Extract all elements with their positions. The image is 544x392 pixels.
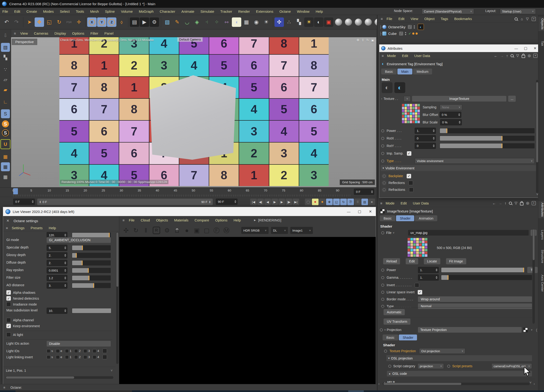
render-picture-icon[interactable]: ▶ [140,18,149,27]
shader-menu-user-data[interactable]: User Data [413,201,429,205]
octane-refresh-icon[interactable]: ✣ [122,226,130,235]
edges-mode-icon[interactable]: ▱ [1,75,10,84]
parameter-field[interactable]: 0 [415,135,436,141]
parameter-slider[interactable] [440,143,535,148]
environment-tag-grey-icon[interactable]: ◐ [382,82,392,93]
menu-tracker[interactable]: Tracker [220,9,232,13]
move-tool-icon[interactable]: ✥ [35,18,44,27]
motion-system-icon[interactable]: ▤ [361,199,368,205]
autokey-record-icon[interactable]: ● [312,199,319,205]
value-field[interactable]: 10. [47,308,67,314]
forward-icon[interactable]: → [500,54,504,58]
octane-menu-presets[interactable]: Presets [31,226,43,230]
viewport-menu-filter[interactable]: Filter [90,31,98,35]
node-space-dropdown[interactable]: Current (Standard/Physical)˅ [422,8,474,14]
pen-tool-icon[interactable]: ✎ [172,18,182,27]
symmetry-icon[interactable]: ⇿ [222,18,231,27]
type-dropdown[interactable]: Normal [418,303,532,309]
add-icon[interactable]: + [532,17,536,21]
projection-chevron-icon[interactable]: ˅ [531,328,532,331]
viewer-menu-objects[interactable]: Objects [156,218,168,222]
back-icon[interactable]: ← [492,201,496,205]
polygons-mode-icon[interactable]: ▰ [1,85,10,94]
add-region-icon[interactable]: ▣ [192,226,201,235]
param-field[interactable]: 1. [418,274,439,281]
subdivision-surface-icon[interactable]: ◈ [192,18,202,27]
object-menu-file[interactable]: File [387,17,392,21]
side-tab-tak[interactable]: Tak [538,40,544,48]
value-dropdown[interactable]: GI_AMBIENT_OCCLUSION [47,237,111,243]
invert-checkbox[interactable]: ✓ [415,283,419,287]
value-slider[interactable] [72,308,111,313]
render-settings-icon[interactable]: ⚙ [150,18,159,27]
viewer-menu-help[interactable]: Help [233,218,241,222]
viewport-menu-panel[interactable]: Panel [104,31,113,35]
octane-node-icon[interactable]: ∴ [284,18,294,27]
value-slider[interactable] [72,253,111,258]
texture-value-button[interactable]: ImageTexture [412,96,506,101]
object-manager-hamburger-icon[interactable]: ≡ [381,17,383,21]
search-icon[interactable] [511,54,514,57]
menu-spline[interactable]: Spline [105,9,115,13]
scroll-left-icon[interactable]: ‹ [378,382,379,386]
menu-octane[interactable]: Octane [279,9,291,13]
status-hamburger-icon[interactable]: ≡ [3,386,5,389]
light-id-checkbox[interactable]: ✓ [56,349,60,353]
menu-help[interactable]: Help [316,9,323,13]
timeline-menu-icon[interactable]: ≡ [368,199,375,205]
octane-menu-help[interactable]: Help [49,226,56,230]
menu-create[interactable]: Create [26,9,37,13]
redo-icon[interactable]: ↷ [12,18,21,27]
side-tab-layers[interactable]: Layers [538,229,544,241]
object-name[interactable]: Cube [388,32,397,36]
sampling-dropdown[interactable]: None˅ [440,104,462,110]
environment-tag-blue-icon[interactable]: ◐ [394,82,405,93]
track-icon[interactable]: ◎ [528,53,531,58]
snap-magnet-icon[interactable]: U [0,139,10,149]
checkbox[interactable]: ✓ [6,302,11,307]
pick-material-icon[interactable]: ● [182,226,191,235]
settings-vertical-scrollbar[interactable] [116,232,118,364]
floor-icon[interactable]: ▦ [242,18,251,27]
track-icon[interactable]: ◎ [526,201,529,205]
option-checkbox[interactable]: ✓ [407,174,411,178]
menu-extensions[interactable]: Extensions [256,9,273,13]
value-field[interactable]: 5. [47,245,67,251]
render-view-icon[interactable]: ▤ [130,18,139,27]
material-sphere[interactable] [354,18,363,27]
scale-tool-icon[interactable]: ◱ [45,18,54,27]
viewport-menu-cameras[interactable]: Cameras [34,31,48,35]
simulation-ring-icon[interactable]: S [2,129,9,137]
keyframe-selection-icon[interactable]: ● [319,199,325,205]
option-checkbox[interactable]: ✓ [409,188,414,192]
viewer-menu-cloud[interactable]: Cloud [141,218,150,222]
menu-mesh[interactable]: Mesh [90,9,99,13]
tab-animation[interactable]: Animation [415,215,437,221]
light-id-checkbox[interactable]: ✓ [102,355,107,359]
next-frame-icon[interactable]: ▶ [278,199,285,205]
display-mode-dropdown[interactable]: HDR SRGB˅ [241,227,269,234]
rotate-tool-icon[interactable]: ↻ [54,18,64,27]
shader-horizontal-scrollbar[interactable] [383,383,530,385]
attributes-title-bar[interactable]: Attributes — ▢ ✕ [379,45,540,52]
parameter-slider[interactable] [440,128,535,133]
scroll-down-icon[interactable]: ˅ [529,380,532,385]
simulation-mode-icon[interactable]: S [1,109,10,118]
up-icon[interactable]: ↑ [506,54,508,58]
undo-icon[interactable]: ↶ [2,18,11,27]
octane-camera-icon[interactable]: ▣ [324,18,333,27]
search-icon[interactable] [514,18,518,20]
menu-render[interactable]: Render [238,9,250,13]
menu-character[interactable]: Character [160,9,175,13]
lock-workplane-icon[interactable]: ▦ [1,162,10,171]
value-dropdown[interactable]: Disable [47,341,111,346]
rotate-workplane-icon[interactable]: ▦ [1,172,10,181]
viewer-menu-file[interactable]: File [129,218,135,222]
cube-object[interactable] [149,74,238,160]
blur-offset-field[interactable]: 0 % [440,112,461,118]
checkbox[interactable]: ✓ [6,296,11,301]
deformer-icon[interactable]: ◖ [232,18,241,27]
osl-projection-section[interactable]: ▾OSL projection [386,355,532,361]
settings-hamburger-icon[interactable]: ≡ [6,226,8,230]
light-id-checkbox[interactable]: ✓ [83,349,87,353]
